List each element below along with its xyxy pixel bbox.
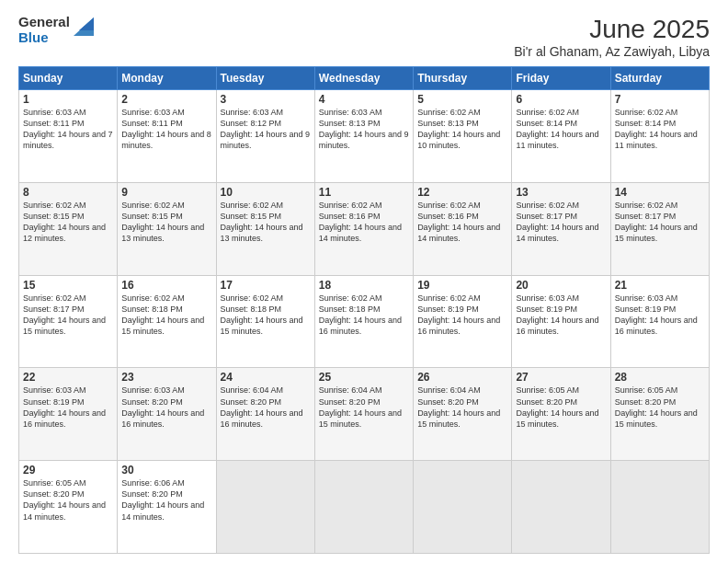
table-row: 30 Sunrise: 6:06 AM Sunset: 8:20 PM Dayl… — [118, 461, 216, 554]
day-number: 23 — [121, 371, 211, 384]
table-row: 10 Sunrise: 6:02 AM Sunset: 8:15 PM Dayl… — [216, 182, 314, 275]
table-row — [216, 461, 314, 554]
cell-info: Sunrise: 6:02 AM Sunset: 8:15 PM Dayligh… — [221, 200, 311, 245]
table-row: 7 Sunrise: 6:02 AM Sunset: 8:14 PM Dayli… — [610, 90, 709, 183]
day-number: 28 — [615, 371, 705, 384]
table-row: 27 Sunrise: 6:05 AM Sunset: 8:20 PM Dayl… — [512, 368, 610, 461]
cell-info: Sunrise: 6:05 AM Sunset: 8:20 PM Dayligh… — [516, 385, 606, 430]
col-sunday: Sunday — [19, 67, 118, 90]
cell-info: Sunrise: 6:03 AM Sunset: 8:19 PM Dayligh… — [615, 293, 705, 338]
col-wednesday: Wednesday — [314, 67, 413, 90]
day-number: 25 — [319, 371, 409, 384]
day-number: 27 — [516, 371, 606, 384]
cell-info: Sunrise: 6:02 AM Sunset: 8:18 PM Dayligh… — [121, 293, 211, 338]
table-row: 21 Sunrise: 6:03 AM Sunset: 8:19 PM Dayl… — [610, 275, 709, 368]
day-number: 13 — [516, 186, 606, 199]
day-number: 1 — [23, 93, 113, 106]
main-title: June 2025 — [514, 15, 710, 44]
cell-info: Sunrise: 6:03 AM Sunset: 8:19 PM Dayligh… — [516, 293, 606, 338]
table-row: 16 Sunrise: 6:02 AM Sunset: 8:18 PM Dayl… — [118, 275, 216, 368]
logo: General Blue — [18, 15, 94, 45]
cell-info: Sunrise: 6:02 AM Sunset: 8:15 PM Dayligh… — [23, 200, 113, 245]
table-row: 3 Sunrise: 6:03 AM Sunset: 8:12 PM Dayli… — [216, 90, 314, 183]
day-number: 4 — [319, 93, 409, 106]
col-saturday: Saturday — [610, 67, 709, 90]
table-row — [314, 461, 413, 554]
page: General Blue June 2025 Bi'r al Ghanam, A… — [0, 0, 728, 563]
table-row: 5 Sunrise: 6:02 AM Sunset: 8:13 PM Dayli… — [414, 90, 512, 183]
calendar-week-row: 29 Sunrise: 6:05 AM Sunset: 8:20 PM Dayl… — [19, 461, 710, 554]
col-thursday: Thursday — [414, 67, 512, 90]
cell-info: Sunrise: 6:02 AM Sunset: 8:18 PM Dayligh… — [221, 293, 311, 338]
table-row: 19 Sunrise: 6:02 AM Sunset: 8:19 PM Dayl… — [414, 275, 512, 368]
table-row: 9 Sunrise: 6:02 AM Sunset: 8:15 PM Dayli… — [118, 182, 216, 275]
day-number: 5 — [417, 93, 507, 106]
table-row: 25 Sunrise: 6:04 AM Sunset: 8:20 PM Dayl… — [314, 368, 413, 461]
table-row: 8 Sunrise: 6:02 AM Sunset: 8:15 PM Dayli… — [19, 182, 118, 275]
col-monday: Monday — [118, 67, 216, 90]
table-row — [512, 461, 610, 554]
cell-info: Sunrise: 6:02 AM Sunset: 8:18 PM Dayligh… — [319, 293, 409, 338]
table-row: 17 Sunrise: 6:02 AM Sunset: 8:18 PM Dayl… — [216, 275, 314, 368]
calendar: Sunday Monday Tuesday Wednesday Thursday… — [18, 66, 710, 554]
calendar-header-row: Sunday Monday Tuesday Wednesday Thursday… — [19, 67, 710, 90]
table-row: 15 Sunrise: 6:02 AM Sunset: 8:17 PM Dayl… — [19, 275, 118, 368]
day-number: 20 — [516, 279, 606, 292]
table-row: 26 Sunrise: 6:04 AM Sunset: 8:20 PM Dayl… — [414, 368, 512, 461]
cell-info: Sunrise: 6:02 AM Sunset: 8:15 PM Dayligh… — [121, 200, 211, 245]
cell-info: Sunrise: 6:03 AM Sunset: 8:13 PM Dayligh… — [319, 107, 409, 152]
day-number: 12 — [417, 186, 507, 199]
cell-info: Sunrise: 6:03 AM Sunset: 8:19 PM Dayligh… — [23, 385, 113, 430]
calendar-week-row: 8 Sunrise: 6:02 AM Sunset: 8:15 PM Dayli… — [19, 182, 710, 275]
table-row: 1 Sunrise: 6:03 AM Sunset: 8:11 PM Dayli… — [19, 90, 118, 183]
cell-info: Sunrise: 6:02 AM Sunset: 8:16 PM Dayligh… — [319, 200, 409, 245]
table-row: 14 Sunrise: 6:02 AM Sunset: 8:17 PM Dayl… — [610, 182, 709, 275]
table-row: 23 Sunrise: 6:03 AM Sunset: 8:20 PM Dayl… — [118, 368, 216, 461]
calendar-week-row: 1 Sunrise: 6:03 AM Sunset: 8:11 PM Dayli… — [19, 90, 710, 183]
day-number: 24 — [221, 371, 311, 384]
svg-marker-1 — [79, 17, 94, 30]
table-row: 13 Sunrise: 6:02 AM Sunset: 8:17 PM Dayl… — [512, 182, 610, 275]
day-number: 26 — [417, 371, 507, 384]
table-row: 22 Sunrise: 6:03 AM Sunset: 8:19 PM Dayl… — [19, 368, 118, 461]
day-number: 8 — [23, 186, 113, 199]
day-number: 6 — [516, 93, 606, 106]
table-row: 20 Sunrise: 6:03 AM Sunset: 8:19 PM Dayl… — [512, 275, 610, 368]
cell-info: Sunrise: 6:02 AM Sunset: 8:14 PM Dayligh… — [615, 107, 705, 152]
title-block: June 2025 Bi'r al Ghanam, Az Zawiyah, Li… — [514, 15, 710, 59]
table-row: 6 Sunrise: 6:02 AM Sunset: 8:14 PM Dayli… — [512, 90, 610, 183]
cell-info: Sunrise: 6:02 AM Sunset: 8:13 PM Dayligh… — [417, 107, 507, 152]
cell-info: Sunrise: 6:04 AM Sunset: 8:20 PM Dayligh… — [319, 385, 409, 430]
cell-info: Sunrise: 6:02 AM Sunset: 8:17 PM Dayligh… — [23, 293, 113, 338]
table-row — [414, 461, 512, 554]
cell-info: Sunrise: 6:05 AM Sunset: 8:20 PM Dayligh… — [615, 385, 705, 430]
day-number: 18 — [319, 279, 409, 292]
calendar-week-row: 15 Sunrise: 6:02 AM Sunset: 8:17 PM Dayl… — [19, 275, 710, 368]
cell-info: Sunrise: 6:02 AM Sunset: 8:17 PM Dayligh… — [516, 200, 606, 245]
cell-info: Sunrise: 6:03 AM Sunset: 8:11 PM Dayligh… — [121, 107, 211, 152]
table-row: 4 Sunrise: 6:03 AM Sunset: 8:13 PM Dayli… — [314, 90, 413, 183]
day-number: 30 — [121, 464, 211, 477]
day-number: 2 — [121, 93, 211, 106]
day-number: 19 — [417, 279, 507, 292]
table-row: 29 Sunrise: 6:05 AM Sunset: 8:20 PM Dayl… — [19, 461, 118, 554]
table-row: 11 Sunrise: 6:02 AM Sunset: 8:16 PM Dayl… — [314, 182, 413, 275]
cell-info: Sunrise: 6:02 AM Sunset: 8:17 PM Dayligh… — [615, 200, 705, 245]
col-tuesday: Tuesday — [216, 67, 314, 90]
cell-info: Sunrise: 6:05 AM Sunset: 8:20 PM Dayligh… — [23, 477, 113, 523]
day-number: 11 — [319, 186, 409, 199]
cell-info: Sunrise: 6:03 AM Sunset: 8:11 PM Dayligh… — [23, 107, 113, 152]
day-number: 15 — [23, 279, 113, 292]
day-number: 29 — [23, 464, 113, 477]
day-number: 22 — [23, 371, 113, 384]
day-number: 9 — [121, 186, 211, 199]
calendar-week-row: 22 Sunrise: 6:03 AM Sunset: 8:19 PM Dayl… — [19, 368, 710, 461]
cell-info: Sunrise: 6:02 AM Sunset: 8:14 PM Dayligh… — [516, 107, 606, 152]
table-row: 28 Sunrise: 6:05 AM Sunset: 8:20 PM Dayl… — [610, 368, 709, 461]
day-number: 7 — [615, 93, 705, 106]
col-friday: Friday — [512, 67, 610, 90]
cell-info: Sunrise: 6:03 AM Sunset: 8:12 PM Dayligh… — [221, 107, 311, 152]
day-number: 17 — [221, 279, 311, 292]
header: General Blue June 2025 Bi'r al Ghanam, A… — [18, 15, 710, 59]
day-number: 10 — [221, 186, 311, 199]
